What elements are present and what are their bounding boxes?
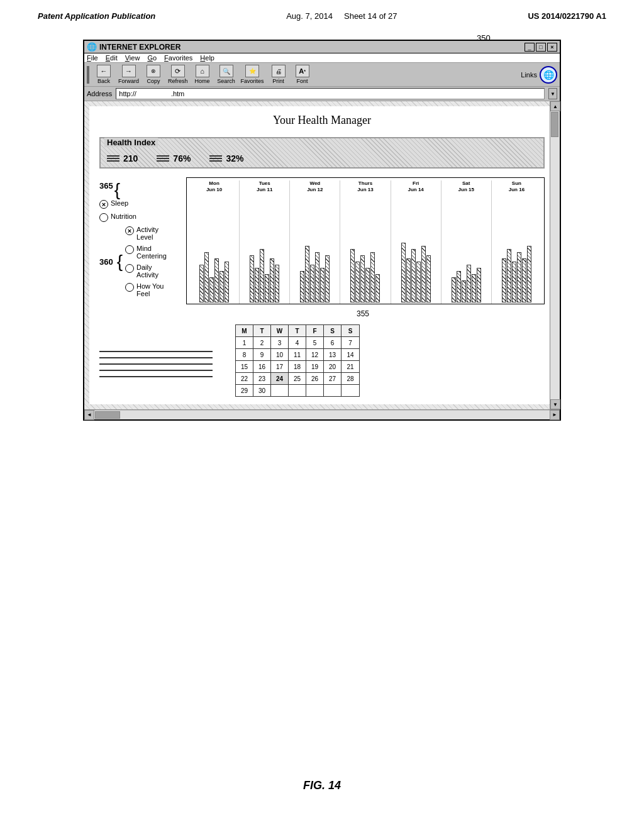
cal-cell: 8 (236, 349, 253, 360)
bar (225, 262, 229, 302)
sleep-icon (99, 200, 108, 209)
scroll-up[interactable]: ▲ (550, 101, 560, 111)
bar (477, 268, 481, 302)
ie-globe-icon: 🌐 (540, 66, 557, 84)
cal-cell: 16 (253, 361, 271, 372)
bar-chart-inner: MonJun 10 (187, 178, 544, 304)
links-label: Links (521, 71, 537, 79)
menu-go[interactable]: Go (147, 54, 157, 62)
cal-cell: 4 (289, 337, 306, 348)
health-index-box: Health Index 210 (99, 137, 545, 169)
scroll-left[interactable]: ◄ (84, 410, 94, 420)
menu-file[interactable]: File (87, 54, 98, 62)
menu-favorites[interactable]: Favorites (164, 54, 192, 62)
health-index-title: Health Index (104, 138, 158, 147)
brace-365: { (114, 183, 120, 197)
ie-outer: Your Health Manager Health Index (84, 101, 560, 409)
bar (467, 265, 471, 302)
lower-categories: ActivityLevel MindCentering DailyActivit… (125, 226, 167, 297)
bar (502, 258, 506, 302)
copy-button[interactable]: ⊗ Copy (144, 65, 163, 84)
cal-cell-empty (271, 385, 289, 396)
ref-365: 365 (99, 182, 113, 190)
day-fri: FriJun 14 (391, 180, 441, 304)
ie-window: 🌐 INTERNET EXPLORER _ □ × File Edit View… (83, 40, 561, 421)
search-button[interactable]: 🔍 Search (217, 65, 236, 84)
app-title: Your Health Manager (99, 114, 545, 127)
font-button[interactable]: A* Font (293, 65, 312, 84)
day-wed: WedJun 12 (289, 180, 340, 304)
cal-cell-empty (306, 385, 324, 396)
ie-menubar: File Edit View Go Favorites Help (84, 53, 560, 63)
forward-button[interactable]: → Forward (118, 65, 139, 84)
thurs-bars (350, 194, 380, 304)
bar (406, 258, 411, 302)
bar (265, 274, 269, 302)
cal-cell: 13 (324, 349, 341, 360)
scroll-track (550, 111, 560, 399)
fri-bars (401, 194, 431, 304)
cal-cell: 3 (271, 337, 289, 348)
cal-cell: 7 (341, 337, 359, 348)
cal-cell: 15 (236, 361, 253, 372)
bar (250, 255, 254, 302)
ie-title: 🌐 INTERNET EXPLORER (87, 42, 180, 52)
cal-cell-24: 24 (271, 373, 289, 384)
cal-cell: 28 (341, 373, 359, 384)
bar (270, 258, 274, 302)
bar (472, 274, 476, 302)
close-button[interactable]: × (547, 43, 557, 52)
cal-cell: 26 (306, 373, 324, 384)
menu-edit[interactable]: Edit (106, 54, 118, 62)
cal-header-s2: S (341, 325, 359, 336)
cal-header-m: M (236, 325, 253, 336)
scroll-thumb (551, 112, 558, 137)
ie-titlebar: 🌐 INTERNET EXPLORER _ □ × (84, 41, 560, 53)
home-button[interactable]: ⌂ Home (193, 65, 212, 84)
menu-view[interactable]: View (125, 54, 140, 62)
hscroll-track (94, 411, 550, 419)
menu-help[interactable]: Help (200, 54, 214, 62)
cal-row-2: 8 9 10 11 12 13 14 (236, 349, 359, 361)
ref-365-area: 365 { (99, 182, 181, 197)
wed-bars (300, 194, 330, 304)
print-button[interactable]: 🖨 Print (269, 65, 288, 84)
address-label: Address (87, 90, 112, 97)
cal-cell: 21 (341, 361, 359, 372)
cal-header-f: F (306, 325, 324, 336)
cal-cell: 25 (289, 373, 306, 384)
bar (512, 262, 516, 302)
back-button[interactable]: ← Back (94, 65, 113, 84)
bar (457, 271, 461, 302)
scroll-right[interactable]: ► (550, 410, 560, 420)
bar (214, 258, 219, 302)
cal-cell: 1 (236, 337, 253, 348)
health-index-section: Health Index 210 (99, 137, 545, 169)
cal-cell: 22 (236, 373, 253, 384)
cal-cell-empty (341, 385, 359, 396)
cal-header-t2: T (289, 325, 306, 336)
mind-icon (125, 245, 134, 254)
scroll-down[interactable]: ▼ (550, 399, 560, 409)
address-dropdown[interactable]: ▼ (548, 88, 557, 99)
bar (462, 280, 466, 302)
minimize-button[interactable]: _ (525, 43, 535, 52)
bar (219, 271, 224, 302)
cal-cell: 23 (253, 373, 271, 384)
favorites-button[interactable]: ⭐ Favorites (241, 65, 264, 84)
bar (360, 255, 365, 302)
scrollbar-bottom: ◄ ► (84, 409, 560, 419)
cat-feel: How YouFeel (125, 282, 167, 297)
scrollbar-right: ▲ ▼ (550, 101, 560, 409)
calendar-grid: M T W T F S S 1 2 (235, 324, 360, 397)
address-input[interactable] (116, 88, 545, 99)
bar (209, 277, 214, 302)
cal-row-4: 22 23 24 25 26 27 28 (236, 373, 359, 385)
ref-360-area: 360 { ActivityLevel MindCent (99, 226, 181, 297)
bar (260, 249, 264, 302)
refresh-button[interactable]: ⟳ Refresh (168, 65, 188, 84)
maximize-button[interactable]: □ (536, 43, 546, 52)
main-content: 🌐 INTERNET EXPLORER _ □ × File Edit View… (0, 27, 644, 421)
day-sun: SunJun 16 (491, 180, 541, 304)
day-mon: MonJun 10 (189, 180, 239, 304)
